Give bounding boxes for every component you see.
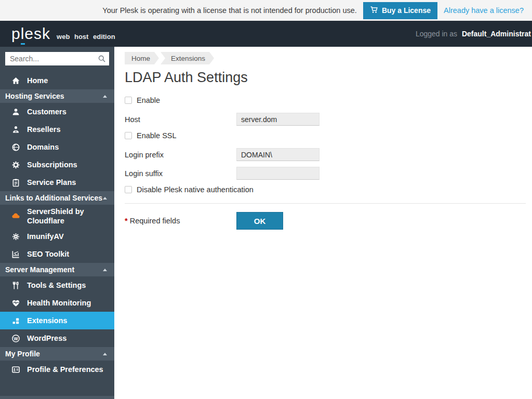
chevron-up-icon <box>103 197 107 200</box>
sidebar-item-label: Subscriptions <box>27 160 77 169</box>
section-label: Server Management <box>5 265 74 274</box>
sidebar-next-section-edge <box>0 396 114 399</box>
required-fields-note: *Required fields <box>125 217 236 225</box>
login-prefix-row: Login prefix <box>125 148 526 161</box>
cart-icon <box>370 6 378 16</box>
buy-license-button[interactable]: Buy a License <box>363 2 437 19</box>
sidebar-item-label: SEO Toolkit <box>27 249 69 259</box>
sidebar-item-label: Tools & Settings <box>27 281 86 290</box>
enable-ssl-checkbox[interactable] <box>125 132 132 139</box>
app-header: plesk web host edition Logged in as Defa… <box>0 21 532 47</box>
login-info: Logged in as Default_Administrat <box>416 30 532 38</box>
chevron-up-icon <box>103 95 107 98</box>
sidebar-item-tools-settings[interactable]: Tools & Settings <box>0 276 114 294</box>
disable-native-auth-row: Disable Plesk native authentication <box>125 185 526 194</box>
login-prefix-label: Login prefix <box>125 151 236 159</box>
main-content: Home Extensions LDAP Auth Settings Enabl… <box>114 47 532 399</box>
breadcrumb-home[interactable]: Home <box>125 52 159 64</box>
sidebar-item-label: ImunifyAV <box>27 232 64 241</box>
enable-checkbox[interactable] <box>125 97 132 104</box>
required-text: Required fields <box>130 217 180 225</box>
license-message: Your Plesk is operating with a license t… <box>102 6 357 15</box>
search-icon[interactable] <box>98 55 106 65</box>
seo-chart-icon <box>11 250 20 259</box>
sidebar-item-resellers[interactable]: Resellers <box>0 121 114 138</box>
sidebar-search <box>5 52 109 65</box>
host-label: Host <box>125 115 236 124</box>
login-suffix-label: Login suffix <box>125 169 236 178</box>
sidebar-section-my-profile[interactable]: My Profile <box>0 347 114 361</box>
enable-ssl-label: Enable SSL <box>137 131 177 140</box>
sidebar-item-subscriptions[interactable]: Subscriptions <box>0 156 114 174</box>
tools-settings-icon <box>11 281 20 290</box>
sidebar-item-label: Resellers <box>27 125 61 134</box>
sidebar-item-label: Service Plans <box>27 178 76 187</box>
sidebar-item-seo-toolkit[interactable]: SEO Toolkit <box>0 245 114 263</box>
sidebar-item-service-plans[interactable]: Service Plans <box>0 174 114 191</box>
sidebar-item-label: Home <box>27 76 48 85</box>
form-divider <box>125 203 526 204</box>
sidebar-item-domains[interactable]: Domains <box>0 138 114 156</box>
domains-globe-icon <box>11 143 20 152</box>
login-suffix-row: Login suffix <box>125 167 526 180</box>
svg-text:W: W <box>14 336 18 341</box>
breadcrumb-extensions[interactable]: Extensions <box>161 52 214 64</box>
buy-license-label: Buy a License <box>382 6 431 15</box>
plesk-logo: plesk web host edition <box>11 25 115 43</box>
sidebar-item-label: Health Monitoring <box>27 298 91 308</box>
service-plans-icon <box>11 178 20 187</box>
sidebar-item-label: ServerShield by Cloudflare <box>27 207 110 225</box>
required-asterisk: * <box>125 217 128 225</box>
sidebar-item-profile-preferences[interactable]: Profile & Preferences <box>0 361 114 378</box>
current-user-menu[interactable]: Default_Administrat <box>462 30 531 38</box>
search-input[interactable] <box>5 52 109 65</box>
sidebar: Home Hosting Services Customers Reseller… <box>0 47 114 399</box>
sidebar-section-server-management[interactable]: Server Management <box>0 263 114 276</box>
cloudflare-cloud-icon <box>11 212 20 221</box>
sidebar-item-label: Domains <box>27 142 59 152</box>
extensions-blocks-icon <box>11 316 20 325</box>
sidebar-item-label: Extensions <box>27 316 67 325</box>
enable-row: Enable <box>125 96 526 104</box>
ok-button[interactable]: OK <box>236 212 283 230</box>
customers-icon <box>11 108 20 116</box>
health-heart-icon <box>11 299 20 308</box>
host-row: Host <box>125 113 526 126</box>
license-banner: Your Plesk is operating with a license t… <box>0 0 532 21</box>
sidebar-item-label: WordPress <box>27 334 66 343</box>
section-label: My Profile <box>5 350 40 358</box>
sidebar-item-label: Customers <box>27 107 66 116</box>
enable-ssl-row: Enable SSL <box>125 131 526 140</box>
already-have-license-link[interactable]: Already have a license? <box>444 6 524 15</box>
page-title: LDAP Auth Settings <box>125 70 526 86</box>
sidebar-section-hosting-services[interactable]: Hosting Services <box>0 89 114 103</box>
disable-native-auth-label: Disable Plesk native authentication <box>137 185 254 194</box>
sidebar-item-home[interactable]: Home <box>0 72 114 89</box>
sidebar-item-health-monitoring[interactable]: Health Monitoring <box>0 294 114 312</box>
form-footer: *Required fields OK <box>125 212 526 230</box>
chevron-up-icon <box>103 353 107 355</box>
section-label: Hosting Services <box>5 92 64 100</box>
login-prefix-input[interactable] <box>236 148 320 161</box>
wordpress-icon: W <box>11 334 20 343</box>
disable-native-auth-checkbox[interactable] <box>125 186 132 193</box>
breadcrumb: Home Extensions <box>125 52 526 64</box>
profile-card-icon <box>11 365 20 374</box>
resellers-icon <box>11 125 20 134</box>
sidebar-item-customers[interactable]: Customers <box>0 103 114 121</box>
sidebar-item-extensions[interactable]: Extensions <box>0 312 114 329</box>
sidebar-section-additional-services[interactable]: Links to Additional Services <box>0 191 114 205</box>
plesk-logo-text: plesk <box>11 25 50 43</box>
sidebar-item-wordpress[interactable]: W WordPress <box>0 329 114 347</box>
imunifyav-icon <box>11 232 20 241</box>
login-suffix-input[interactable] <box>236 167 320 180</box>
subscriptions-gear-icon <box>11 161 20 169</box>
enable-label: Enable <box>137 96 160 104</box>
edition-label: web host edition <box>57 33 115 41</box>
home-icon <box>11 76 20 85</box>
sidebar-item-label: Profile & Preferences <box>27 365 103 374</box>
host-input[interactable] <box>236 113 320 126</box>
sidebar-item-servershield[interactable]: ServerShield by Cloudflare <box>0 205 114 228</box>
logged-in-as-label: Logged in as <box>416 30 457 38</box>
sidebar-item-imunifyav[interactable]: ImunifyAV <box>0 228 114 245</box>
